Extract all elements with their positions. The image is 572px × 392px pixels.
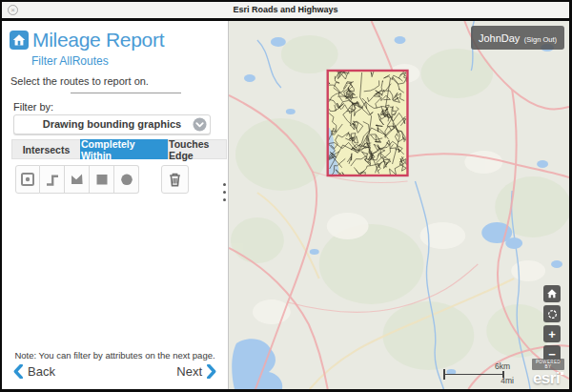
circle-icon [119, 172, 134, 187]
zoom-in-button[interactable]: + [543, 325, 561, 342]
home-extent-button[interactable] [543, 285, 561, 302]
filter-method-dropdown[interactable]: Drawing bounding graphics [13, 114, 211, 134]
draw-circle-button[interactable] [114, 165, 139, 194]
draw-tools-group [15, 165, 139, 194]
panel-header: Mileage Report [10, 29, 164, 52]
rectangle-icon [94, 172, 110, 187]
esri-wordmark: esri [533, 371, 560, 386]
window-content: Mileage Report Filter AllRoutes Select t… [2, 21, 569, 389]
scale-mi-label: 4mi [500, 376, 514, 385]
chevron-down-icon [193, 117, 207, 132]
next-button[interactable]: Next [176, 364, 216, 379]
next-label: Next [176, 364, 202, 379]
map-controls: + − [543, 285, 561, 362]
chevron-left-icon [13, 364, 23, 379]
separator-line [71, 93, 181, 93]
home-icon [10, 31, 29, 50]
back-label: Back [28, 364, 55, 379]
scale-km-label: 6km [495, 361, 510, 371]
dropdown-selected-value: Drawing bounding graphics [14, 115, 210, 134]
point-icon [20, 172, 35, 187]
panel-resize-handle[interactable] [223, 183, 226, 201]
esri-logo: POWERED BY esri [529, 359, 567, 387]
locate-button[interactable] [543, 305, 561, 322]
spatial-filter-tabs: Intersects Completely Within Touches Edg… [11, 139, 227, 159]
filter-by-label: Filter by: [13, 101, 53, 113]
sign-out-label: (Sign Out) [524, 35, 557, 44]
polyline-icon [45, 172, 60, 187]
chevron-right-icon [207, 364, 216, 379]
draw-point-button[interactable] [15, 165, 40, 194]
window-title: Esri Roads and Highways [2, 2, 569, 18]
polygon-icon [70, 172, 85, 187]
map-view[interactable]: JohnDay (Sign Out) + − 6km 4mi [229, 21, 569, 389]
user-name: JohnDay [479, 32, 520, 44]
scale-bar: 6km 4mi [443, 361, 506, 386]
locate-icon [546, 308, 559, 320]
tab-completely-within[interactable]: Completely Within [80, 139, 168, 159]
page-title: Mileage Report [32, 29, 164, 52]
description-text: Select the routes to report on. [10, 75, 149, 87]
back-button[interactable]: Back [13, 364, 55, 379]
sign-out-button[interactable]: JohnDay (Sign Out) [471, 26, 564, 50]
mileage-report-panel: Mileage Report Filter AllRoutes Select t… [2, 21, 228, 389]
note-text: Note: You can filter by attributes on th… [2, 350, 228, 361]
tab-touches-edge[interactable]: Touches Edge [168, 139, 227, 159]
basemap [229, 21, 569, 389]
close-icon[interactable]: × [8, 5, 18, 15]
draw-polygon-button[interactable] [65, 165, 90, 194]
window-titlebar: × Esri Roads and Highways [2, 2, 569, 18]
tab-intersects[interactable]: Intersects [11, 139, 80, 159]
home-extent-icon [546, 288, 558, 299]
filter-allroutes-link[interactable]: Filter AllRoutes [31, 54, 109, 68]
draw-polyline-button[interactable] [40, 165, 65, 194]
clear-graphics-button[interactable] [161, 165, 189, 194]
trash-icon [167, 171, 183, 188]
draw-rectangle-button[interactable] [90, 165, 114, 194]
